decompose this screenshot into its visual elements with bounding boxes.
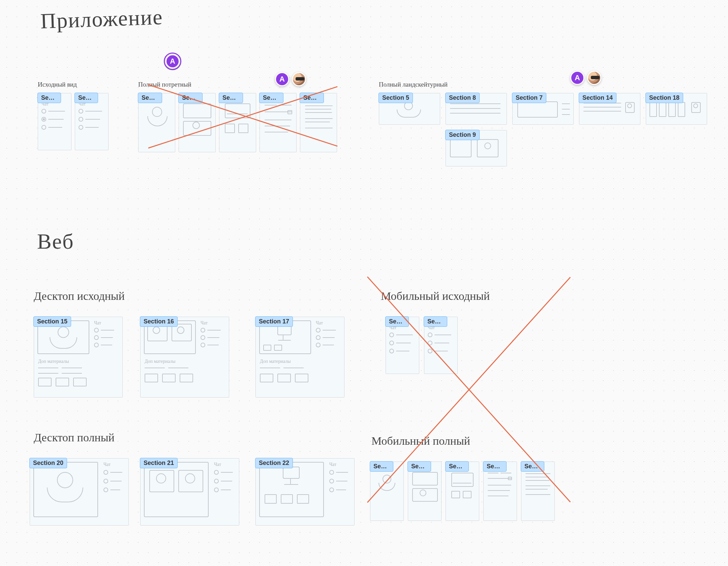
avatar-photo[interactable]	[587, 71, 601, 85]
section-label[interactable]: Sec…	[259, 93, 283, 103]
avatar-letter-a[interactable]: A	[570, 71, 584, 85]
wireframe-card[interactable]: Sec…	[446, 462, 479, 521]
chat-scribble: Чат	[316, 320, 323, 326]
wireframe-card[interactable]: Section 17 Чат Доп материалы	[255, 317, 344, 398]
section-label[interactable]: Section 16	[140, 316, 178, 327]
section-label[interactable]: Section 5	[378, 93, 413, 103]
wireframe-card[interactable]: Sec…	[370, 462, 404, 521]
section-label[interactable]: Sec…	[407, 461, 431, 472]
sublabel-full-portrait: Полный потретный	[138, 81, 191, 88]
avatar-letter-a[interactable]: A	[165, 54, 180, 68]
dop-materialy: Доп материалы	[260, 359, 291, 364]
sublabel-desktop-full: Десктоп полный	[34, 431, 115, 444]
heading-app: Приложение	[40, 5, 163, 34]
wireframe-card[interactable]: Sec…	[483, 462, 517, 521]
heading-web: Веб	[37, 229, 74, 254]
section-label[interactable]: Section 7	[512, 93, 546, 103]
section-label[interactable]: Section 9	[445, 130, 480, 140]
section-label[interactable]: Sec…	[445, 461, 469, 472]
wireframe-card[interactable]: Sec…	[521, 462, 555, 521]
section-label[interactable]: Sec…	[370, 461, 393, 472]
section-label[interactable]: Section 17	[255, 316, 293, 327]
avatar-letter-a[interactable]: A	[275, 72, 289, 86]
wireframe-card[interactable]: Section 8	[446, 93, 507, 125]
wireframe-card[interactable]: Section 9	[446, 130, 507, 166]
section-label[interactable]: Section 18	[645, 93, 683, 103]
chat-scribble: Чат	[329, 462, 336, 467]
section-label[interactable]: Sec…	[219, 93, 243, 103]
section-label[interactable]: Sec…	[37, 93, 61, 103]
sublabel-full-landscape: Полный ландскейтурный	[379, 81, 448, 88]
wireframe-card[interactable]: Section 7	[512, 93, 574, 125]
wireframe-card[interactable]: Section 15 Чат Доп материалы	[34, 317, 123, 398]
wireframe-card[interactable]: Section 18	[646, 93, 707, 125]
wireframe-card[interactable]: Sec…	[408, 462, 442, 521]
wireframe-card[interactable]: Sec… Чат	[75, 93, 109, 150]
section-label[interactable]: Section 8	[445, 93, 480, 103]
wireframe-card[interactable]: Sec… Чат	[386, 317, 419, 374]
dop-materialy: Доп материалы	[38, 359, 69, 364]
section-label[interactable]: Sec…	[424, 316, 447, 327]
chat-scribble: Чат	[94, 320, 101, 326]
section-label[interactable]: Section 21	[140, 458, 178, 468]
wireframe-card[interactable]: Sec… Чат	[38, 93, 71, 150]
chat-scribble: Чат	[103, 462, 111, 467]
section-label[interactable]: Section 20	[29, 458, 67, 468]
avatar-photo[interactable]	[292, 72, 306, 86]
section-label[interactable]: Sec…	[138, 93, 162, 103]
wireframe-card[interactable]: Section 16 Чат Доп материалы	[140, 317, 229, 398]
chat-scribble: Чат	[201, 320, 208, 326]
section-label[interactable]: Section 14	[579, 93, 616, 103]
sublabel-mobile-full: Мобильный полный	[371, 435, 470, 447]
section-label[interactable]: Sec…	[483, 461, 507, 472]
wireframe-card[interactable]: Section 22 Чат	[255, 458, 355, 526]
wireframe-card[interactable]: Section 14	[579, 93, 640, 125]
wireframe-card[interactable]: Sec…	[138, 93, 175, 152]
section-label[interactable]: Sec…	[74, 93, 98, 103]
section-label[interactable]: Section 15	[33, 316, 71, 327]
section-label[interactable]: Section 22	[255, 458, 293, 468]
wireframe-card[interactable]: Section 5	[379, 93, 440, 125]
wireframe-card[interactable]: Sec…	[179, 93, 216, 152]
chat-scribble: Чат	[214, 462, 221, 467]
sublabel-mobile-src: Мобильный исходный	[381, 290, 490, 303]
dop-materialy: Доп материалы	[145, 359, 176, 364]
sublabel-desktop-src: Десктоп исходный	[34, 290, 125, 303]
wireframe-card[interactable]: Section 21 Чат	[140, 458, 239, 526]
sublabel-src-view: Исходный вид	[38, 81, 77, 88]
wireframe-card[interactable]: Section 20 Чат	[30, 458, 129, 526]
